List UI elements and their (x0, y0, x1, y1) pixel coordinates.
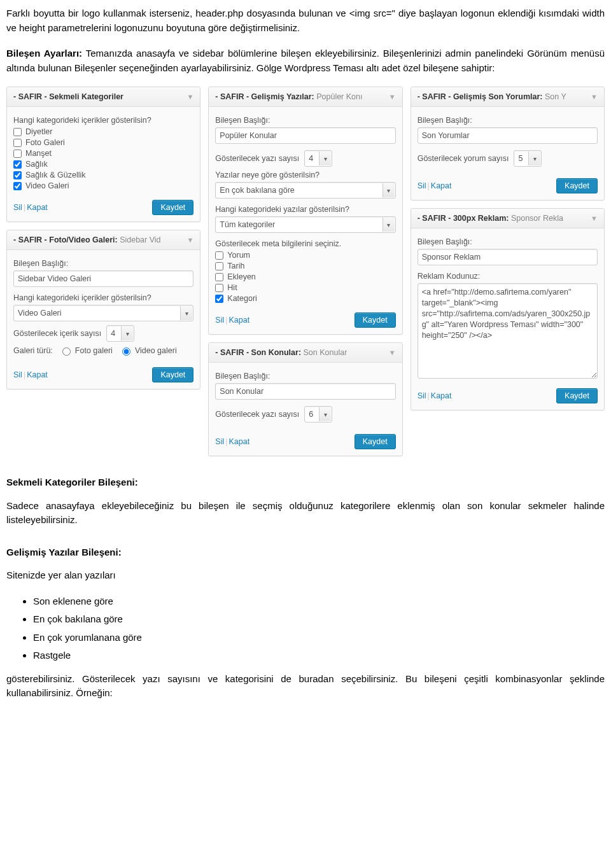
widget-head[interactable]: - SAFIR - 300px Reklam: Sponsor Rekla ▼ (411, 209, 604, 228)
delete-link[interactable]: Sil (215, 437, 224, 446)
chevron-down-icon: ▼ (389, 349, 396, 356)
widget-gallery: - SAFIR - Foto/Video Galeri: Sidebar Vid… (6, 230, 200, 389)
component-title-input[interactable] (215, 383, 395, 400)
list-item: Rastgele (33, 648, 605, 663)
widget-title-pre: - SAFIR - Gelişmiş Son Yorumlar: (418, 92, 543, 101)
checkbox[interactable] (215, 284, 223, 292)
close-link[interactable]: Kapat (431, 181, 452, 190)
close-link[interactable]: Kapat (431, 391, 452, 400)
bullet-list: Son eklenene göreEn çok bakılana göreEn … (33, 594, 605, 663)
delete-link[interactable]: Sil (215, 316, 224, 325)
after-p3: gösterebilirsiniz. Gösterilecek yazı say… (6, 672, 605, 701)
column-3: - SAFIR - Gelişmiş Son Yorumlar: Son Y ▼… (411, 87, 605, 410)
check-row[interactable]: Diyetler (13, 127, 193, 136)
component-title-input[interactable] (13, 270, 193, 287)
label-component-title: Bileşen Başlığı: (418, 237, 598, 246)
label-post-cat: Hangi kategorideki yazılar gösterilsin? (215, 205, 395, 214)
save-button[interactable]: Kaydet (355, 434, 396, 449)
chevron-down-icon: ▼ (186, 236, 193, 244)
close-link[interactable]: Kapat (228, 437, 249, 446)
save-button[interactable]: Kaydet (355, 312, 396, 328)
check-row[interactable]: Video Galeri (13, 181, 193, 190)
check-row[interactable]: Ekleyen (215, 272, 395, 281)
radio-foto[interactable] (62, 347, 71, 356)
save-button[interactable]: Kaydet (556, 388, 598, 403)
gallery-type-row: Galeri türü: Foto galeri Video galeri (13, 346, 193, 356)
save-button[interactable]: Kaydet (152, 200, 193, 215)
check-label: Diyetler (25, 127, 52, 136)
widget-title-suf: Popüler Konı (314, 92, 363, 101)
order-select[interactable] (215, 182, 395, 199)
checkbox[interactable] (13, 182, 22, 190)
widget-head[interactable]: - SAFIR - Gelişmiş Son Yorumlar: Son Y ▼ (411, 87, 604, 107)
delete-link[interactable]: Sil (13, 370, 22, 379)
check-row[interactable]: Kategori (215, 294, 395, 303)
widget-title-suf: Sidebar Vid (118, 235, 161, 244)
meta-checklist: YorumTarihEkleyenHitKategori (215, 251, 395, 303)
label-meta-select: Gösterilecek meta bilgilerini seçiniz. (215, 239, 395, 248)
save-button[interactable]: Kaydet (556, 178, 598, 193)
check-label: Foto Galeri (25, 138, 65, 147)
post-count-select[interactable] (304, 406, 332, 423)
list-item: Son eklenene göre (33, 594, 605, 609)
delete-link[interactable]: Sil (418, 181, 426, 190)
check-label: Sağlık & Güzellik (25, 171, 85, 179)
widget-title-pre: - SAFIR - Foto/Video Galeri: (13, 235, 118, 244)
after-p2: Sitenizde yer alan yazıları (6, 568, 605, 583)
checkbox[interactable] (13, 128, 22, 136)
close-link[interactable]: Kapat (27, 370, 48, 379)
intro-p2-text: Temanızda anasayfa ve sidebar bölümlerin… (6, 48, 605, 73)
intro-p1: Farklı boyutta bir logo kullanmak isters… (6, 6, 605, 35)
label-component-title: Bileşen Başlığı: (418, 116, 598, 125)
widget-title-suf: Son Y (542, 92, 566, 101)
check-row[interactable]: Tarih (215, 262, 395, 270)
radio-video[interactable] (122, 347, 130, 356)
after-block: Sekmeli Kategoriler Bileşeni: Sadece ana… (6, 475, 605, 701)
link-group: Sil|Kapat (13, 203, 48, 212)
checkbox[interactable] (13, 160, 22, 169)
widget-title-pre: - SAFIR - 300px Reklam: (418, 214, 509, 223)
check-row[interactable]: Sağlık & Güzellik (13, 171, 193, 179)
checkbox[interactable] (215, 273, 223, 281)
checkbox[interactable] (13, 171, 22, 179)
label-content-count: Gösterilecek içerik sayısı (13, 329, 101, 338)
checkbox[interactable] (215, 262, 223, 270)
cats-checklist: DiyetlerFoto GaleriManşetSağlıkSağlık & … (13, 127, 193, 190)
checkbox[interactable] (215, 251, 223, 260)
content-count-select[interactable] (106, 325, 134, 342)
widget-head[interactable]: - SAFIR - Foto/Video Galeri: Sidebar Vid… (7, 230, 200, 250)
delete-link[interactable]: Sil (13, 203, 22, 212)
save-button[interactable]: Kaydet (152, 367, 193, 382)
comment-count-select[interactable] (514, 150, 542, 167)
label-cat-question: Hangi kategorideki içerikler gösterilsin… (13, 293, 193, 302)
heading-tabcats: Sekmeli Kategoriler Bileşeni: (6, 475, 605, 490)
category-select[interactable] (215, 216, 395, 233)
checkbox[interactable] (13, 150, 22, 158)
delete-link[interactable]: Sil (418, 391, 426, 400)
intro-p2-label: Bileşen Ayarları: (6, 48, 82, 59)
close-link[interactable]: Kapat (228, 316, 249, 325)
component-title-input[interactable] (215, 127, 395, 144)
check-row[interactable]: Foto Galeri (13, 138, 193, 147)
close-link[interactable]: Kapat (27, 203, 48, 212)
check-row[interactable]: Hit (215, 283, 395, 292)
post-count-select[interactable] (304, 150, 332, 167)
ad-code-textarea[interactable] (418, 283, 598, 379)
label-comment-count: Gösterilecek yorum sayısı (418, 154, 509, 163)
check-row[interactable]: Sağlık (13, 160, 193, 169)
widget-title-suf: Son Konular (301, 348, 347, 357)
chevron-down-icon: ▼ (186, 93, 193, 101)
widget-head[interactable]: - SAFIR - Sekmeli Kategoriler ▼ (7, 87, 200, 107)
checkbox[interactable] (215, 295, 223, 303)
widget-lastposts: - SAFIR - Son Konular: Son Konular ▼ Bil… (208, 342, 402, 456)
checkbox[interactable] (13, 139, 22, 147)
component-title-input[interactable] (418, 249, 598, 265)
widget-tabcats: - SAFIR - Sekmeli Kategoriler ▼ Hangi ka… (6, 87, 200, 222)
check-row[interactable]: Yorum (215, 251, 395, 260)
widget-head[interactable]: - SAFIR - Gelişmiş Yazılar: Popüler Konı… (209, 87, 402, 107)
check-row[interactable]: Manşet (13, 149, 193, 158)
check-label: Tarih (227, 262, 244, 270)
category-select[interactable] (13, 305, 193, 321)
component-title-input[interactable] (418, 127, 598, 144)
widget-head[interactable]: - SAFIR - Son Konular: Son Konular ▼ (209, 343, 402, 363)
